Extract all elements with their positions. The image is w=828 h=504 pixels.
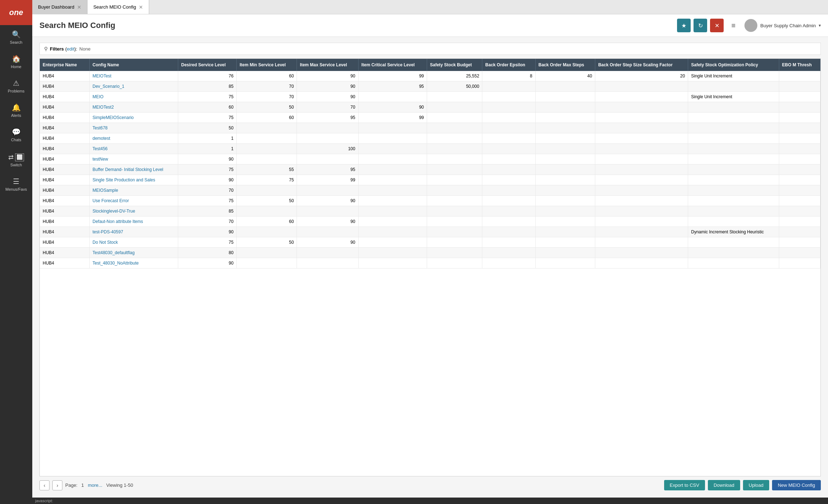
table-row: HUB4Test67850 [40,123,820,133]
table-container[interactable]: Enterprise Name Config Name Desired Serv… [39,58,821,476]
cell-config[interactable]: Defaut-Non attribute Items [90,217,178,227]
refresh-button[interactable]: ↻ [694,19,707,32]
cell-config[interactable]: test-PDS-40597 [90,227,178,237]
cell-config[interactable]: Single Site Production and Sales [90,175,178,185]
cell-config[interactable]: Dev_Scenario_1 [90,81,178,92]
cell-config[interactable]: testNew [90,154,178,165]
cell-ebom [779,175,820,185]
cell-boe [482,92,535,102]
filter-icon: ⚲ [44,46,48,52]
cell-ebom [779,248,820,258]
cell-boms [535,102,595,113]
table-row: HUB4Stockinglevel-DV-True85 [40,206,820,217]
cell-config[interactable]: MEIOSample [90,185,178,196]
sidebar-item-switch[interactable]: ⇄ ⬜ Switch [0,148,32,172]
filters-paren-close: ): [74,46,77,52]
menus-icon: ☰ [13,177,19,186]
cell-boe [482,133,535,144]
cell-config[interactable]: Stockinglevel-DV-True [90,206,178,217]
cell-boe [482,258,535,268]
cell-boms [535,248,595,258]
tab-close-buyer[interactable]: ✕ [77,4,81,10]
col-bosssf: Back Order Step Size Scaling Factor [595,59,688,71]
sidebar-item-menus[interactable]: ☰ Menus/Favs [0,172,32,196]
cell-enterprise: HUB4 [40,123,90,133]
upload-button[interactable]: Upload [743,480,769,490]
cell-iminsl: 50 [237,102,297,113]
cell-boms [535,133,595,144]
cell-boe [482,144,535,154]
tab-close-meio[interactable]: ✕ [139,4,143,10]
cell-imaxsl [297,133,358,144]
cell-bosssf: 20 [595,71,688,81]
status-text: javascript: [35,499,53,503]
cell-iminsl [237,258,297,268]
cell-iminsl [237,123,297,133]
cell-dsl: 75 [178,113,237,123]
cell-ssb [427,144,482,154]
cell-boe [482,217,535,227]
cell-config[interactable]: Do Not Stock [90,237,178,248]
prev-page-button[interactable]: ‹ [39,480,49,490]
cell-ssb [427,248,482,258]
table-row: HUB4Test_48030_NoAttribute90 [40,258,820,268]
user-dropdown-arrow[interactable]: ▾ [819,23,821,28]
cell-ssop [688,123,779,133]
cell-config[interactable]: Use Forecast Error [90,196,178,206]
cell-dsl: 75 [178,237,237,248]
sidebar: one 🔍 Search 🏠 Home ⚠ Problems 🔔 Alerts … [0,0,32,504]
table-row: HUB4testNew90 [40,154,820,165]
cell-icsl [358,133,427,144]
cell-ssop [688,175,779,185]
sidebar-item-chats[interactable]: 💬 Chats [0,123,32,147]
new-meio-config-button[interactable]: New MEIO Config [772,480,821,490]
cell-imaxsl: 90 [297,71,358,81]
col-boe: Back Order Epsilon [482,59,535,71]
cell-boms [535,144,595,154]
cell-ebom [779,206,820,217]
download-button[interactable]: Download [708,480,740,490]
header-actions: ★ ↻ ✕ ≡ [677,19,740,32]
cell-config[interactable]: Test456 [90,144,178,154]
next-page-button[interactable]: › [52,480,62,490]
cell-ssop [688,154,779,165]
sidebar-item-search[interactable]: 🔍 Search [0,25,32,49]
close-button[interactable]: ✕ [710,19,724,32]
cell-boms [535,81,595,92]
tab-search-meio[interactable]: Search MEIO Config ✕ [87,0,149,14]
cell-config[interactable]: MEIO [90,92,178,102]
sidebar-item-problems[interactable]: ⚠ Problems [0,74,32,98]
cell-dsl: 75 [178,165,237,175]
cell-icsl [358,248,427,258]
cell-boms [535,196,595,206]
export-csv-button[interactable]: Export to CSV [664,480,705,490]
cell-config[interactable]: Test678 [90,123,178,133]
table-row: HUB4Buffer Demand- Initial Stocking Leve… [40,165,820,175]
more-link[interactable]: more... [88,482,102,488]
cell-config[interactable]: MEIOTest2 [90,102,178,113]
cell-config[interactable]: Test_48030_NoAttribute [90,258,178,268]
cell-bosssf [595,81,688,92]
cell-imaxsl [297,154,358,165]
cell-config[interactable]: SimpleMEIOScenario [90,113,178,123]
sidebar-item-alerts[interactable]: 🔔 Alerts [0,98,32,123]
cell-iminsl [237,227,297,237]
cell-ssop [688,133,779,144]
star-button[interactable]: ★ [677,19,691,32]
cell-boe [482,175,535,185]
cell-enterprise: HUB4 [40,144,90,154]
cell-config[interactable]: demotest [90,133,178,144]
sidebar-item-home[interactable]: 🏠 Home [0,49,32,74]
cell-ssop [688,102,779,113]
filters-edit-link[interactable]: edit [67,46,74,52]
cell-config[interactable]: Test48030_defaultflag [90,248,178,258]
cell-icsl: 99 [358,113,427,123]
menu-button[interactable]: ≡ [727,19,740,32]
cell-boms [535,237,595,248]
cell-config[interactable]: MEIOTest [90,71,178,81]
cell-config[interactable]: Buffer Demand- Initial Stocking Level [90,165,178,175]
cell-ebom [779,196,820,206]
tab-buyer-dashboard[interactable]: Buyer Dashboard ✕ [32,0,87,14]
table-row: HUB4Defaut-Non attribute Items706090 [40,217,820,227]
cell-ssop [688,81,779,92]
